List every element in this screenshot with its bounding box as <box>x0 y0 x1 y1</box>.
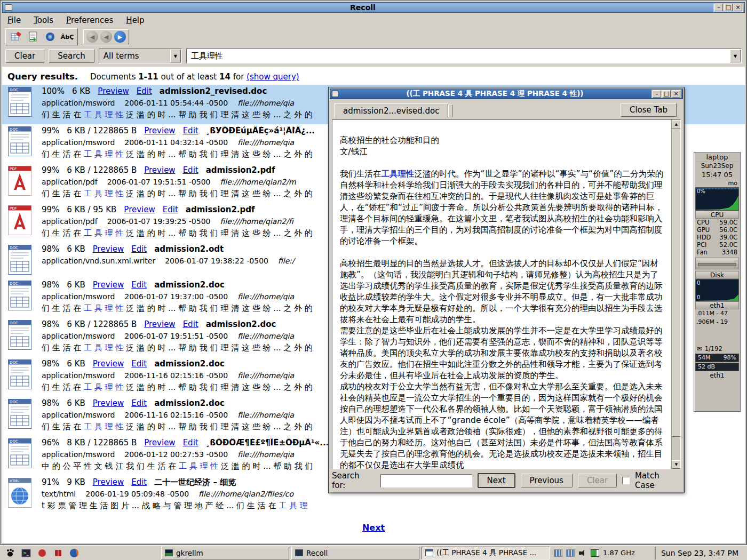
close-tab-button[interactable]: Close Tab <box>621 103 677 117</box>
preview-link[interactable]: Preview <box>144 319 175 329</box>
preview-link[interactable]: Preview <box>144 165 175 175</box>
preview-search-input[interactable] <box>380 474 472 487</box>
disk-panel-label[interactable]: Disk <box>695 271 739 279</box>
taskbar-button-window[interactable]: ((工 PHRASE 4 具 PHRASE ... <box>422 547 550 559</box>
preview-scrollbar[interactable]: ▲ ▼ <box>671 120 680 469</box>
query-input[interactable] <box>187 51 730 61</box>
match-case-checkbox[interactable] <box>622 477 630 484</box>
edit-link[interactable]: Edit <box>183 319 198 329</box>
file-size: 6 KB <box>67 244 85 254</box>
memory-meter[interactable]: 54M 98% <box>695 354 739 362</box>
eth1-panel-label[interactable]: eth1 <box>695 301 739 309</box>
preview-text-area[interactable]: 高校招生的社会功能和目的文/钱江 我们生活在工具理性泛滥的时代。作为“世之显学”… <box>332 119 681 469</box>
window-menu-icon[interactable] <box>5 4 12 11</box>
preview-link[interactable]: Preview <box>93 280 124 290</box>
forward-button[interactable]: ▶ <box>114 31 126 43</box>
results-range: 1-11 <box>138 72 158 82</box>
highlighted-term: 工 具 理 性 <box>84 228 123 238</box>
minimize-button[interactable]: – <box>714 4 723 11</box>
taskbar-button-gkrellm[interactable]: gkrellm <box>161 547 289 559</box>
preview-window-icon <box>332 91 338 97</box>
chevron-down-icon[interactable]: ▼ <box>170 50 181 62</box>
scroll-up-icon[interactable]: ▲ <box>672 120 681 129</box>
preview-close-button[interactable]: × <box>672 90 680 98</box>
battery-icon[interactable] <box>591 549 599 557</box>
preview-link[interactable]: Preview <box>93 359 124 369</box>
edit-link[interactable]: Edit <box>163 205 178 214</box>
close-button[interactable]: × <box>734 4 742 11</box>
show-query-link[interactable]: (show query) <box>247 72 299 82</box>
scroll-down-icon[interactable]: ▼ <box>672 460 681 469</box>
query-history-dropdown-icon[interactable]: ▼ <box>730 50 741 62</box>
preview-link[interactable]: Preview <box>144 126 175 135</box>
fan-meter[interactable] <box>695 258 739 269</box>
preview-next-button[interactable]: Next <box>478 473 515 488</box>
clear-results-button[interactable] <box>9 30 23 44</box>
menu-preferences[interactable]: Preferences <box>66 15 113 25</box>
svg-text:>_: >_ <box>23 551 29 556</box>
edit-link[interactable]: Edit <box>131 244 147 254</box>
back-alt-button[interactable]: ◀ <box>100 31 112 43</box>
preview-minimize-button[interactable]: – <box>653 90 661 98</box>
taskbar-button-recoll[interactable]: Recoll <box>291 547 419 559</box>
main-titlebar[interactable]: Recoll – □ × <box>2 2 745 13</box>
edit-link[interactable]: Edit <box>131 280 147 290</box>
red-book-icon[interactable] <box>52 547 64 559</box>
terminal-icon[interactable]: >_ <box>20 547 32 559</box>
disk-graph <box>695 286 738 301</box>
result-date: 2006-01-11 04:32:14 -0500 <box>124 138 228 147</box>
search-mode-select[interactable]: All terms ▼ <box>99 49 182 63</box>
mime-type: application/msword <box>42 292 115 301</box>
back-button[interactable]: ◀ <box>86 31 98 43</box>
gkrellm-spacer <box>695 326 739 345</box>
preview-maximize-button[interactable]: □ <box>662 90 671 98</box>
signal-meter[interactable]: 52 dB <box>695 363 739 371</box>
preview-titlebar[interactable]: ((工 PHRASE 4 具 PHRASE 4 理 PHRASE 4 性)) –… <box>330 89 683 99</box>
preview-previous-button[interactable]: Previous <box>521 474 573 487</box>
result-title: admission2.doc <box>206 319 276 329</box>
preview-link[interactable]: Preview <box>144 438 175 447</box>
document-history-button[interactable] <box>26 30 41 44</box>
file-size: 6 KB <box>67 359 85 369</box>
preview-link[interactable]: Preview <box>93 244 124 254</box>
gkrellm-hostname[interactable]: laptop <box>695 153 739 162</box>
taskbar-clock[interactable]: Sun Sep 23, 3:47 PM <box>655 547 744 559</box>
tray-keyboard-icon[interactable] <box>554 549 562 557</box>
preview-link[interactable]: Preview <box>93 477 124 487</box>
result-date: 2006-01-07 19:38:22 -0500 <box>165 257 268 265</box>
clear-button[interactable]: Clear <box>5 49 44 63</box>
maximize-button[interactable]: □ <box>724 4 733 11</box>
edit-link[interactable]: Edit <box>183 126 198 135</box>
term-explorer-button[interactable]: ÂbÇ <box>60 30 75 44</box>
highlighted-term: 工 具 理 性 <box>84 382 123 392</box>
preview-link[interactable]: Preview <box>93 398 124 408</box>
edit-link[interactable]: Edit <box>137 86 152 96</box>
file-url: file:///home/qian2/m <box>220 178 296 186</box>
file-url: file:/ <box>278 257 295 265</box>
preview-tab[interactable]: admission2...evised.doc <box>334 103 448 118</box>
search-button[interactable]: Search <box>49 49 94 63</box>
cpu-panel-label[interactable]: CPU <box>695 211 739 219</box>
edit-link[interactable]: Edit <box>183 438 198 447</box>
menu-tools[interactable]: Tools <box>34 15 53 25</box>
edit-link[interactable]: Edit <box>131 398 147 408</box>
preview-link[interactable]: Preview <box>98 86 129 96</box>
search-row: Clear Search All terms ▼ ▼ <box>2 47 745 65</box>
edit-link[interactable]: Edit <box>183 165 198 175</box>
firefox-icon[interactable] <box>68 547 80 559</box>
cpu-graph <box>695 194 738 210</box>
edit-link[interactable]: Edit <box>131 359 147 369</box>
scrollbar-thumb[interactable] <box>672 129 681 437</box>
menu-help[interactable]: Help <box>126 15 144 25</box>
sort-button[interactable] <box>43 30 58 44</box>
svg-text:DOC: DOC <box>10 439 18 444</box>
tray-display-icon[interactable] <box>566 549 575 557</box>
next-page-link[interactable]: Next <box>362 523 385 533</box>
window-maker-paw-icon[interactable] <box>4 547 16 559</box>
mail-monitor[interactable]: ✉ 1/192 <box>695 345 739 353</box>
volume-icon[interactable] <box>578 549 587 557</box>
menu-file[interactable]: File <box>7 15 21 25</box>
preview-link[interactable]: Preview <box>124 205 155 214</box>
edit-link[interactable]: Edit <box>131 477 147 487</box>
red-app-icon[interactable] <box>36 547 48 559</box>
